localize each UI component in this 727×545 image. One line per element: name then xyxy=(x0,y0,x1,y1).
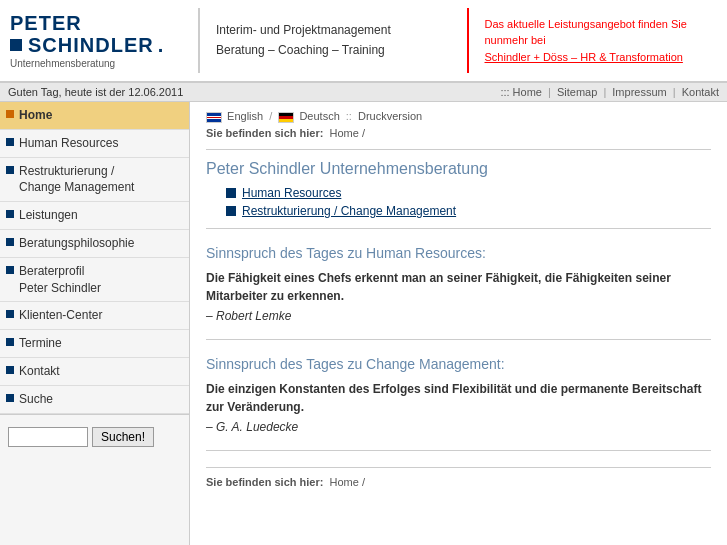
search-area: Suchen! xyxy=(0,414,189,455)
bottom-breadcrumb: Sie befinden sich hier: Home / xyxy=(206,467,711,488)
content-divider1 xyxy=(206,149,711,150)
sidebar-label-leistungen: Leistungen xyxy=(19,207,181,224)
sidebar-label-termine: Termine xyxy=(19,335,181,352)
sidebar-label-klienten: Klienten-Center xyxy=(19,307,181,324)
bottom-breadcrumb-home-link[interactable]: Home xyxy=(329,476,358,488)
topbar-sep3: | xyxy=(673,86,676,98)
sidebar-label-restruk: Restrukturierung /Change Management xyxy=(19,163,181,197)
topbar-nav: ::: Home | Sitemap | Impressum | Kontakt xyxy=(500,86,719,98)
bottom-breadcrumb-label: Sie befinden sich hier: xyxy=(206,476,323,488)
topbar-date: Guten Tag, heute ist der 12.06.2011 xyxy=(8,86,183,98)
list-icon-1 xyxy=(226,188,236,198)
search-row: Suchen! xyxy=(8,427,181,447)
breadcrumb-home-link[interactable]: Home xyxy=(329,127,358,139)
tagline1: Interim- und Projektmanagement xyxy=(216,21,451,40)
breadcrumb-label: Sie befinden sich hier: xyxy=(206,127,323,139)
sidebar-bullet-beratung xyxy=(6,238,14,246)
topbar-impressum-link[interactable]: Impressum xyxy=(612,86,666,98)
logo-dot: . xyxy=(158,34,165,56)
sidebar-item-beratungsphilosophie[interactable]: Beratungsphilosophie xyxy=(0,230,189,258)
content-area: English / Deutsch :: Druckversion Sie be… xyxy=(190,102,727,545)
breadcrumb-sep: / xyxy=(362,127,365,139)
sidebar-label-home: Home xyxy=(19,107,181,124)
quote2-section: Sinnspruch des Tages zu Change Managemen… xyxy=(206,356,711,434)
logo-square-icon xyxy=(10,39,22,51)
header-promo: Das aktuelle Leistungsangebot finden Sie… xyxy=(477,8,728,73)
quote1-text: Die Fähigkeit eines Chefs erkennt man an… xyxy=(206,269,711,305)
sidebar-item-termine[interactable]: Termine xyxy=(0,330,189,358)
sidebar-bullet-suche xyxy=(6,394,14,402)
lang-druckversion-link[interactable]: Druckversion xyxy=(358,110,422,122)
sidebar-item-beraterprofil[interactable]: BeraterprofilPeter Schindler xyxy=(0,258,189,303)
sidebar-bullet-restruk xyxy=(6,166,14,174)
lang-sep2: :: xyxy=(346,110,352,122)
promo-text: Das aktuelle Leistungsangebot finden Sie… xyxy=(485,16,720,49)
content-divider2 xyxy=(206,228,711,229)
quote1-section: Sinnspruch des Tages zu Human Resources:… xyxy=(206,245,711,323)
topbar: Guten Tag, heute ist der 12.06.2011 ::: … xyxy=(0,83,727,102)
topbar-sitemap-link[interactable]: Sitemap xyxy=(557,86,597,98)
sidebar-bullet-klienten xyxy=(6,310,14,318)
sidebar-item-klienten[interactable]: Klienten-Center xyxy=(0,302,189,330)
sidebar-bullet-kontakt xyxy=(6,366,14,374)
topbar-sep1: | xyxy=(548,86,551,98)
quote2-author: – G. A. Luedecke xyxy=(206,420,711,434)
header: PETER SCHINDLER . Unternehmensberatung I… xyxy=(0,0,727,83)
sidebar-label-berater: BeraterprofilPeter Schindler xyxy=(19,263,181,297)
lang-deutsch-link[interactable]: Deutsch xyxy=(299,110,339,122)
sidebar-bullet-hr xyxy=(6,138,14,146)
quote1-author: – Robert Lemke xyxy=(206,309,711,323)
content-list: Human Resources Restrukturierung / Chang… xyxy=(226,186,711,218)
sidebar-item-human-resources[interactable]: Human Resources xyxy=(0,130,189,158)
breadcrumb: Sie befinden sich hier: Home / xyxy=(206,127,711,139)
sidebar-item-leistungen[interactable]: Leistungen xyxy=(0,202,189,230)
sidebar-label-beratung: Beratungsphilosophie xyxy=(19,235,181,252)
list-link-2[interactable]: Restrukturierung / Change Management xyxy=(242,204,456,218)
list-item: Restrukturierung / Change Management xyxy=(226,204,711,218)
flag-uk-icon xyxy=(206,112,222,123)
sidebar-label-suche: Suche xyxy=(19,391,181,408)
sidebar-bullet-home xyxy=(6,110,14,118)
topbar-sep2: | xyxy=(603,86,606,98)
search-button[interactable]: Suchen! xyxy=(92,427,154,447)
content-divider4 xyxy=(206,450,711,451)
sidebar-item-home[interactable]: Home xyxy=(0,102,189,130)
lang-bar: English / Deutsch :: Druckversion xyxy=(206,110,711,123)
search-input[interactable] xyxy=(8,427,88,447)
content-divider3 xyxy=(206,339,711,340)
main-title: Peter Schindler Unternehmensberatung xyxy=(206,160,711,178)
sidebar-item-restrukturierung[interactable]: Restrukturierung /Change Management xyxy=(0,158,189,203)
header-red-divider xyxy=(467,8,469,73)
sidebar-bullet-berater xyxy=(6,266,14,274)
main-layout: Home Human Resources Restrukturierung /C… xyxy=(0,102,727,545)
topbar-home-prefix: ::: Home xyxy=(500,86,542,98)
sidebar-bullet-termine xyxy=(6,338,14,346)
flag-de-icon xyxy=(278,112,294,123)
sidebar-bullet-leistungen xyxy=(6,210,14,218)
list-icon-2 xyxy=(226,206,236,216)
sidebar-label-hr: Human Resources xyxy=(19,135,181,152)
topbar-kontakt-link[interactable]: Kontakt xyxy=(682,86,719,98)
header-middle: Interim- und Projektmanagement Beratung … xyxy=(208,8,459,73)
quote1-title: Sinnspruch des Tages zu Human Resources: xyxy=(206,245,711,261)
list-item: Human Resources xyxy=(226,186,711,200)
logo-area: PETER SCHINDLER . Unternehmensberatung xyxy=(0,8,190,73)
lang-english-link[interactable]: English xyxy=(227,110,263,122)
list-link-1[interactable]: Human Resources xyxy=(242,186,341,200)
bottom-breadcrumb-sep: / xyxy=(362,476,365,488)
lang-sep1: / xyxy=(269,110,272,122)
quote2-text: Die einzigen Konstanten des Erfolges sin… xyxy=(206,380,711,416)
promo-link[interactable]: Schindler + Döss – HR & Transformation xyxy=(485,49,720,66)
sidebar-item-kontakt[interactable]: Kontakt xyxy=(0,358,189,386)
logo-unternehmens: Unternehmensberatung xyxy=(10,58,180,69)
sidebar: Home Human Resources Restrukturierung /C… xyxy=(0,102,190,545)
quote2-title: Sinnspruch des Tages zu Change Managemen… xyxy=(206,356,711,372)
logo-schindler: SCHINDLER . xyxy=(10,34,180,56)
logo-peter: PETER xyxy=(10,12,180,34)
tagline2: Beratung – Coaching – Training xyxy=(216,41,451,60)
sidebar-label-kontakt: Kontakt xyxy=(19,363,181,380)
header-divider xyxy=(198,8,200,73)
sidebar-item-suche[interactable]: Suche xyxy=(0,386,189,414)
